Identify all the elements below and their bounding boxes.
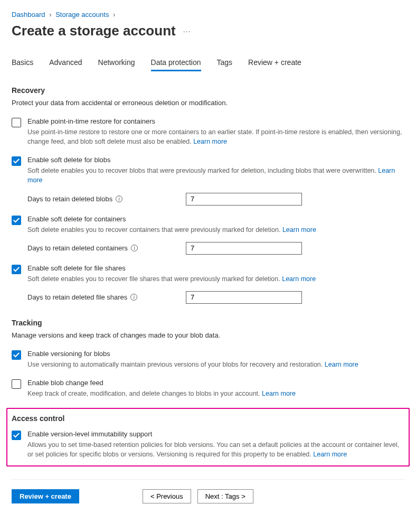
recovery-section-desc: Protect your data from accidental or err…: [12, 99, 404, 107]
enable-versioning-help: Use versioning to automatically maintain…: [27, 360, 404, 369]
chevron-right-icon: ›: [113, 11, 115, 18]
enable-soft-delete-blobs-help: Soft delete enables you to recover blobs…: [27, 166, 404, 185]
enable-soft-delete-containers-checkbox[interactable]: [12, 216, 21, 225]
enable-pitr-checkbox[interactable]: [12, 118, 21, 127]
tab-review-create[interactable]: Review + create: [248, 55, 301, 71]
breadcrumb-storage-accounts[interactable]: Storage accounts: [55, 11, 109, 18]
enable-soft-delete-containers-label: Enable soft delete for containers: [27, 215, 404, 223]
enable-immutability-label: Enable version-level immutability suppor…: [27, 430, 404, 438]
enable-immutability-checkbox[interactable]: [12, 431, 21, 440]
next-button[interactable]: Next : Tags >: [197, 489, 253, 503]
breadcrumb-dashboard[interactable]: Dashboard: [12, 11, 45, 18]
footer-divider: [12, 479, 404, 480]
enable-versioning-label: Enable versioning for blobs: [27, 350, 404, 358]
sd-containers-days-label: Days to retain deleted containers: [27, 244, 128, 252]
access-control-section-title: Access control: [12, 414, 404, 423]
tracking-section-title: Tracking: [12, 319, 404, 327]
info-icon[interactable]: i: [131, 245, 138, 251]
previous-button[interactable]: < Previous: [143, 489, 191, 503]
tab-data-protection[interactable]: Data protection: [151, 55, 201, 71]
enable-soft-delete-fileshares-label: Enable soft delete for file shares: [27, 264, 404, 272]
sd-files-learn-more[interactable]: Learn more: [282, 275, 316, 283]
enable-pitr-label: Enable point-in-time restore for contain…: [27, 117, 404, 125]
enable-change-feed-help: Keep track of create, modification, and …: [27, 389, 404, 398]
enable-soft-delete-fileshares-checkbox[interactable]: [12, 265, 21, 274]
sd-blobs-days-input[interactable]: [186, 193, 302, 206]
sd-containers-days-input[interactable]: [186, 242, 302, 255]
review-create-button[interactable]: Review + create: [12, 489, 79, 503]
sd-containers-learn-more[interactable]: Learn more: [282, 226, 316, 234]
tab-tags[interactable]: Tags: [217, 55, 233, 71]
enable-soft-delete-blobs-label: Enable soft delete for blobs: [27, 156, 404, 164]
enable-pitr-help: Use point-in-time restore to restore one…: [27, 127, 404, 146]
immutability-learn-more[interactable]: Learn more: [313, 451, 347, 458]
tab-networking[interactable]: Networking: [98, 55, 135, 71]
info-icon[interactable]: i: [116, 195, 122, 202]
enable-immutability-help: Allows you to set time-based retention p…: [27, 440, 404, 459]
sd-files-days-input[interactable]: [186, 291, 302, 304]
enable-change-feed-checkbox[interactable]: [12, 379, 21, 389]
enable-change-feed-label: Enable blob change feed: [27, 379, 404, 387]
changefeed-learn-more[interactable]: Learn more: [262, 390, 296, 397]
tab-basics[interactable]: Basics: [12, 55, 33, 71]
sd-files-days-label: Days to retain deleted file shares: [27, 293, 127, 301]
breadcrumb: Dashboard › Storage accounts ›: [12, 11, 404, 18]
pitr-learn-more[interactable]: Learn more: [193, 138, 227, 145]
recovery-section-title: Recovery: [12, 86, 404, 95]
enable-versioning-checkbox[interactable]: [12, 350, 21, 360]
more-actions-icon[interactable]: ···: [181, 25, 193, 38]
tabs: Basics Advanced Networking Data protecti…: [12, 55, 404, 71]
versioning-learn-more[interactable]: Learn more: [325, 361, 358, 368]
chevron-right-icon: ›: [49, 11, 51, 18]
enable-soft-delete-fileshares-help: Soft delete enables you to recover file …: [27, 274, 404, 284]
tracking-section-desc: Manage versions and keep track of change…: [12, 331, 404, 339]
access-control-highlight: Access control Enable version-level immu…: [6, 408, 410, 466]
tab-advanced[interactable]: Advanced: [49, 55, 82, 71]
page-title: Create a storage account: [12, 23, 176, 39]
sd-blobs-days-label: Days to retain deleted blobs: [27, 195, 112, 203]
info-icon[interactable]: i: [130, 294, 137, 301]
enable-soft-delete-blobs-checkbox[interactable]: [12, 156, 21, 166]
enable-soft-delete-containers-help: Soft delete enables you to recover conta…: [27, 225, 404, 235]
